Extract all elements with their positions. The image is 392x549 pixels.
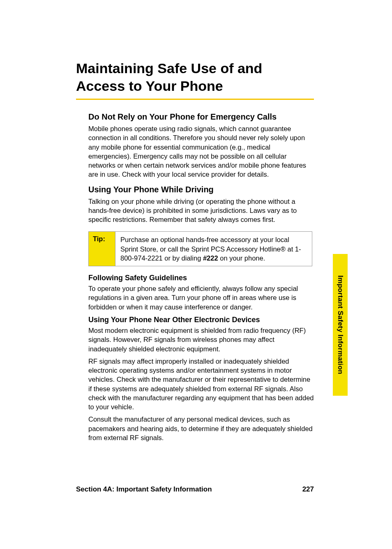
paragraph-electronic-2: RF signals may affect improperly install…	[88, 357, 314, 412]
page-title: Maintaining Safe Use of and Access to Yo…	[76, 60, 314, 95]
side-tab: Important Safety Information	[333, 254, 348, 396]
heading-emergency-calls: Do Not Rely on Your Phone for Emergency …	[88, 112, 314, 122]
heading-safety-guidelines: Following Safety Guidelines	[88, 274, 314, 282]
page-footer: Section 4A: Important Safety Information…	[76, 485, 314, 494]
tip-text-post: on your phone.	[218, 254, 265, 262]
tip-text-bold: #222	[203, 254, 218, 262]
footer-page-number: 227	[302, 485, 314, 494]
paragraph-electronic-1: Most modern electronic equipment is shie…	[88, 326, 314, 353]
paragraph-electronic-3: Consult the manufacturer of any personal…	[88, 415, 314, 442]
footer-section-label: Section 4A: Important Safety Information	[76, 485, 212, 494]
heading-electronic-devices: Using Your Phone Near Other Electronic D…	[88, 316, 314, 324]
tip-box: Tip: Purchase an optional hands-free acc…	[88, 231, 312, 266]
paragraph-safety-guidelines: To operate your phone safely and efficie…	[88, 284, 314, 311]
paragraph-emergency: Mobile phones operate using radio signal…	[88, 124, 314, 179]
tip-label: Tip:	[89, 232, 115, 266]
tip-content: Purchase an optional hands-free accessor…	[115, 232, 312, 266]
heading-driving: Using Your Phone While Driving	[88, 185, 314, 194]
side-tab-label: Important Safety Information	[336, 275, 344, 374]
paragraph-driving: Talking on your phone while driving (or …	[88, 197, 314, 224]
title-underline	[76, 99, 314, 100]
